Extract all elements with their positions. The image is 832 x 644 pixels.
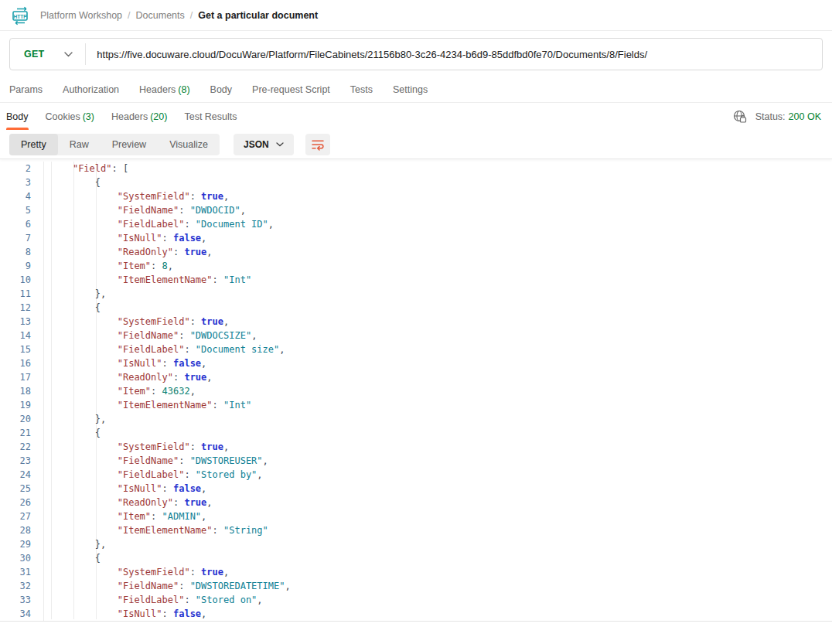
code-line-content: "FieldLabel": "Document size", xyxy=(44,342,285,356)
code-lines: 2 "Field": [3 {4 "SystemField": true,5 "… xyxy=(0,162,832,621)
request-url-row: GET xyxy=(0,31,832,77)
code-line-content: "ItemElementName": "Int" xyxy=(44,398,251,412)
code-line: 23 "FieldName": "DWSTOREUSER", xyxy=(0,454,832,468)
code-line: 27 "Item": "ADMIN", xyxy=(0,509,832,523)
code-line: 9 "Item": 8, xyxy=(0,259,832,273)
chevron-down-icon xyxy=(64,52,73,57)
line-number: 25 xyxy=(0,482,44,496)
code-line-content: "IsNull": false, xyxy=(44,607,206,621)
line-number: 23 xyxy=(0,454,44,468)
code-line: 33 "FieldLabel": "Stored on", xyxy=(0,593,832,607)
line-number: 22 xyxy=(0,440,44,454)
network-security-icon[interactable] xyxy=(732,109,748,124)
tab-params[interactable]: Params xyxy=(9,84,43,95)
response-tab-headers[interactable]: Headers(20) xyxy=(111,103,167,130)
line-number: 21 xyxy=(0,426,44,440)
line-number: 13 xyxy=(0,315,44,329)
headers-count: (8) xyxy=(178,84,189,95)
code-line: 32 "FieldName": "DWSTOREDATETIME", xyxy=(0,579,832,593)
code-line: 22 "SystemField": true, xyxy=(0,440,832,454)
code-line: 15 "FieldLabel": "Document size", xyxy=(0,342,832,356)
line-number: 18 xyxy=(0,384,44,398)
code-line-content: "ItemElementName": "String" xyxy=(44,523,268,537)
line-number: 9 xyxy=(0,259,44,273)
code-line: 14 "FieldName": "DWDOCSIZE", xyxy=(0,329,832,342)
breadcrumb-separator: / xyxy=(190,10,193,21)
code-line: 6 "FieldLabel": "Document ID", xyxy=(0,217,832,231)
line-number: 33 xyxy=(0,593,44,607)
breadcrumb: Platform Workshop / Documents / Get a pa… xyxy=(40,10,318,21)
line-number: 34 xyxy=(0,607,44,621)
view-mode-pretty[interactable]: Pretty xyxy=(9,134,58,155)
line-number: 19 xyxy=(0,398,44,412)
method-selector[interactable]: GET xyxy=(10,39,85,70)
code-line-content: "SystemField": true, xyxy=(44,189,229,203)
editor-bottom-divider xyxy=(0,621,832,639)
code-line-content: "Item": 43632, xyxy=(44,384,196,398)
wrap-lines-button[interactable] xyxy=(305,134,330,155)
response-tab-body[interactable]: Body xyxy=(6,103,29,130)
code-line: 2 "Field": [ xyxy=(0,162,832,175)
code-line: 19 "ItemElementName": "Int" xyxy=(0,398,832,412)
breadcrumb-item-collection[interactable]: Documents xyxy=(136,10,185,21)
code-line: 12 { xyxy=(0,301,832,315)
cookies-count: (3) xyxy=(83,111,94,122)
line-number: 7 xyxy=(0,231,44,245)
code-line: 24 "FieldLabel": "Stored by", xyxy=(0,468,832,482)
code-line: 18 "Item": 43632, xyxy=(0,384,832,398)
format-label: JSON xyxy=(244,139,269,150)
code-line-content: "FieldName": "DWSTOREUSER", xyxy=(44,454,268,468)
tab-body[interactable]: Body xyxy=(210,84,233,95)
response-headers-count: (20) xyxy=(150,111,167,122)
line-number: 10 xyxy=(0,273,44,287)
view-mode-preview[interactable]: Preview xyxy=(101,134,158,155)
line-number: 26 xyxy=(0,496,44,509)
response-body-editor[interactable]: 2 "Field": [3 {4 "SystemField": true,5 "… xyxy=(0,159,832,621)
code-line: 13 "SystemField": true, xyxy=(0,315,832,329)
code-line-content: "IsNull": false, xyxy=(44,231,206,245)
code-line: 16 "IsNull": false, xyxy=(0,356,832,370)
url-input[interactable] xyxy=(86,49,822,60)
method-label: GET xyxy=(24,49,44,60)
status-value: 200 OK xyxy=(789,111,821,122)
breadcrumb-current-request: Get a particular document xyxy=(198,10,318,21)
line-number: 11 xyxy=(0,287,44,301)
code-line-content: "ReadOnly": true, xyxy=(44,245,213,259)
code-line-content: "FieldName": "DWSTOREDATETIME", xyxy=(44,579,291,593)
view-mode-visualize[interactable]: Visualize xyxy=(158,134,220,155)
tab-tests[interactable]: Tests xyxy=(350,84,373,95)
line-number: 2 xyxy=(0,162,44,175)
line-number: 24 xyxy=(0,468,44,482)
code-line-content: { xyxy=(44,175,101,189)
view-mode-raw[interactable]: Raw xyxy=(58,134,101,155)
response-meta-row: Body Cookies(3) Headers(20) Test Results… xyxy=(0,103,832,130)
tab-pre-request-script[interactable]: Pre-request Script xyxy=(252,84,330,95)
code-line-content: }, xyxy=(44,412,106,426)
code-line: 29 }, xyxy=(0,537,832,551)
response-tab-cookies[interactable]: Cookies(3) xyxy=(46,103,94,130)
http-request-icon: HTTP xyxy=(11,5,31,26)
tab-authorization[interactable]: Authorization xyxy=(63,84,119,95)
line-number: 14 xyxy=(0,329,44,342)
breadcrumb-item-workspace[interactable]: Platform Workshop xyxy=(40,10,122,21)
status-label: Status:200 OK xyxy=(755,111,821,122)
line-number: 6 xyxy=(0,217,44,231)
code-line-content: "FieldName": "DWDOCID", xyxy=(44,203,246,217)
tab-settings[interactable]: Settings xyxy=(393,84,428,95)
code-line: 10 "ItemElementName": "Int" xyxy=(0,273,832,287)
format-selector[interactable]: JSON xyxy=(234,134,294,155)
response-tab-test-results[interactable]: Test Results xyxy=(184,103,237,130)
line-number: 32 xyxy=(0,579,44,593)
line-number: 15 xyxy=(0,342,44,356)
line-number: 5 xyxy=(0,203,44,217)
code-line-content: { xyxy=(44,301,101,315)
code-line-content: { xyxy=(44,551,101,565)
line-number: 27 xyxy=(0,509,44,523)
code-line-content: }, xyxy=(44,287,106,301)
code-line: 3 { xyxy=(0,175,832,189)
code-line-content: "SystemField": true, xyxy=(44,565,229,579)
svg-text:HTTP: HTTP xyxy=(13,13,27,19)
tab-headers[interactable]: Headers(8) xyxy=(139,84,190,95)
request-url-box: GET xyxy=(9,38,823,70)
line-number: 12 xyxy=(0,301,44,315)
